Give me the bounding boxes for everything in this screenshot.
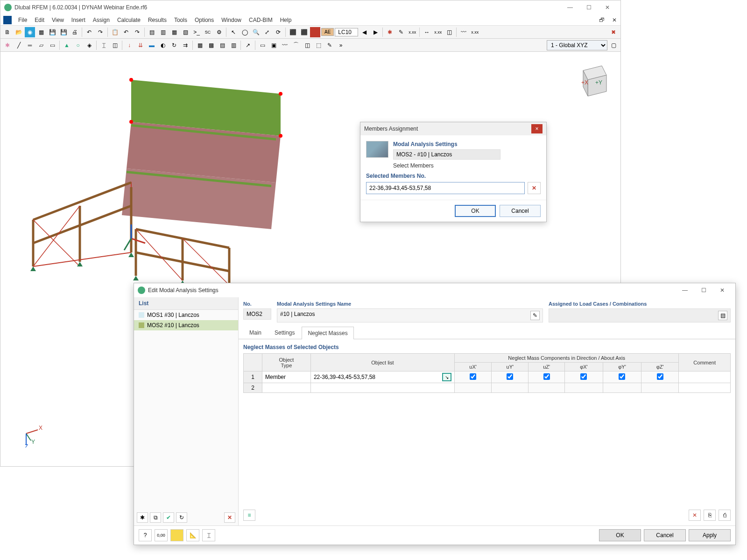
ae-tag[interactable]: AE bbox=[321, 28, 334, 36]
menu-view[interactable]: View bbox=[48, 15, 68, 25]
clip-icon[interactable]: ▣ bbox=[268, 40, 279, 50]
list-item[interactable]: MOS1 #30 | Lanczos bbox=[134, 310, 238, 320]
view-xy-icon[interactable]: ⬛ bbox=[288, 27, 298, 37]
box-icon[interactable]: ▭ bbox=[257, 40, 268, 50]
redo-sel-icon[interactable]: ↷ bbox=[132, 27, 142, 37]
menu-assign[interactable]: Assign bbox=[89, 15, 113, 25]
check-icon[interactable]: ✔ bbox=[163, 512, 174, 523]
table3-icon[interactable]: ▦ bbox=[169, 27, 179, 37]
table-icon[interactable]: ▤ bbox=[147, 27, 157, 37]
dialog-close-icon[interactable]: × bbox=[531, 124, 543, 133]
next-lc-icon[interactable]: ▶ bbox=[370, 27, 381, 37]
cell-check[interactable] bbox=[603, 371, 641, 383]
node-icon[interactable]: ✱ bbox=[2, 40, 13, 50]
window-restore-icon[interactable]: 🗗 bbox=[595, 15, 608, 25]
cell-check[interactable] bbox=[454, 371, 491, 383]
color-red-icon[interactable] bbox=[310, 27, 320, 37]
minimize-button[interactable]: — bbox=[561, 0, 579, 14]
wave-icon[interactable]: 〰 bbox=[280, 40, 290, 50]
table-row[interactable]: 2 bbox=[244, 383, 731, 393]
cell-check[interactable] bbox=[564, 371, 603, 383]
render-icon[interactable]: 〰 bbox=[458, 27, 469, 37]
material-icon[interactable]: ◫ bbox=[110, 40, 120, 50]
prev-lc-icon[interactable]: ◀ bbox=[359, 27, 369, 37]
view-xz-icon[interactable]: ⬛ bbox=[299, 27, 309, 37]
menu-insert[interactable]: Insert bbox=[68, 15, 89, 25]
script-icon[interactable]: >_ bbox=[191, 27, 202, 37]
cancel-button[interactable]: Cancel bbox=[644, 529, 686, 541]
release-icon[interactable]: ◈ bbox=[84, 40, 94, 50]
surface-icon[interactable]: ▱ bbox=[36, 40, 46, 50]
minimize-button[interactable]: — bbox=[676, 284, 694, 297]
section-icon[interactable]: ⌶ bbox=[99, 40, 109, 50]
cell-check[interactable] bbox=[529, 371, 564, 383]
menu-file[interactable]: File bbox=[14, 15, 31, 25]
dlubal-center-icon[interactable]: ◉ bbox=[25, 27, 35, 37]
cell-object-list[interactable]: 22-36,39-43,45-53,57,58 ↘ bbox=[310, 371, 454, 383]
annot-icon[interactable]: x.xx bbox=[433, 27, 443, 37]
maximize-button[interactable]: ☐ bbox=[579, 0, 598, 14]
menu-help[interactable]: Help bbox=[276, 15, 296, 25]
units-icon[interactable]: 0,00 bbox=[155, 529, 168, 541]
delete-item-icon[interactable]: ✕ bbox=[224, 512, 235, 523]
cancel-action-icon[interactable]: ✖ bbox=[608, 27, 619, 37]
checkbox-phiz[interactable] bbox=[657, 373, 663, 380]
member-icon[interactable]: ═ bbox=[25, 40, 35, 50]
menu-calculate[interactable]: Calculate bbox=[113, 15, 144, 25]
undo-icon[interactable]: ↶ bbox=[84, 27, 94, 37]
cursor-icon[interactable]: ↖ bbox=[228, 27, 239, 37]
close-button[interactable]: ✕ bbox=[713, 284, 732, 297]
redo-icon[interactable]: ↷ bbox=[95, 27, 106, 37]
help-icon[interactable]: ? bbox=[139, 529, 152, 541]
delete-row-icon[interactable]: ✕ bbox=[689, 510, 701, 521]
cancel-button[interactable]: Cancel bbox=[500, 205, 541, 217]
save-all-icon[interactable]: 💾 bbox=[58, 27, 69, 37]
view3d-icon[interactable]: ◫ bbox=[444, 27, 454, 37]
ok-button[interactable]: OK bbox=[455, 205, 496, 217]
checkbox-uz[interactable] bbox=[543, 373, 550, 380]
coord-system-selector[interactable]: 1 - Global XYZ bbox=[547, 40, 607, 50]
selected-members-input[interactable] bbox=[366, 182, 525, 194]
solid-icon[interactable]: ▭ bbox=[47, 40, 57, 50]
copy-icon[interactable]: 📋 bbox=[110, 27, 120, 37]
table4-icon[interactable]: ▧ bbox=[180, 27, 190, 37]
print-icon[interactable]: 🖨 bbox=[70, 27, 80, 37]
cell-check[interactable] bbox=[641, 371, 678, 383]
menu-results[interactable]: Results bbox=[144, 15, 170, 25]
open-icon[interactable]: 📂 bbox=[14, 27, 24, 37]
table2-icon[interactable]: ▥ bbox=[158, 27, 168, 37]
cell-object-list[interactable] bbox=[310, 383, 454, 393]
edit-name-icon[interactable]: ✎ bbox=[530, 311, 540, 320]
dim-icon[interactable]: ↔ bbox=[422, 27, 432, 37]
search-icon[interactable]: 🔍 bbox=[251, 27, 261, 37]
hinge-icon[interactable]: ○ bbox=[73, 40, 83, 50]
iso-icon[interactable]: ⬚ bbox=[313, 40, 324, 50]
new-icon[interactable]: 🗎 bbox=[2, 27, 13, 37]
refresh-icon[interactable]: ⟳ bbox=[273, 27, 283, 37]
checkbox-uy[interactable] bbox=[507, 373, 513, 380]
cell-comment[interactable] bbox=[679, 371, 731, 383]
menu-options[interactable]: Options bbox=[191, 15, 218, 25]
model-icon[interactable]: ⌶ bbox=[202, 529, 215, 541]
cell-comment[interactable] bbox=[679, 383, 731, 393]
ok-button[interactable]: OK bbox=[599, 529, 641, 541]
zoom-all-icon[interactable]: ⤢ bbox=[262, 27, 272, 37]
cube-icon[interactable]: ◫ bbox=[302, 40, 312, 50]
tab-main[interactable]: Main bbox=[243, 326, 268, 339]
calc-icon[interactable]: ▤ bbox=[217, 40, 227, 50]
load-imp-icon[interactable]: ⇉ bbox=[180, 40, 190, 50]
bend-icon[interactable]: ⌒ bbox=[291, 40, 301, 50]
load-xxx-icon[interactable]: x.xx bbox=[407, 27, 417, 37]
checkbox-phiy[interactable] bbox=[619, 373, 625, 380]
checkbox-phix[interactable] bbox=[580, 373, 587, 380]
cell-check[interactable] bbox=[492, 371, 529, 383]
tab-neglect-masses[interactable]: Neglect Masses bbox=[302, 327, 353, 339]
line-icon[interactable]: ╱ bbox=[14, 40, 24, 50]
cell-object-type[interactable]: Member bbox=[262, 371, 311, 383]
menu-edit[interactable]: Edit bbox=[31, 15, 48, 25]
render2-icon[interactable]: x.xx bbox=[470, 27, 480, 37]
name-value[interactable]: #10 | Lanczos bbox=[280, 311, 528, 320]
color-icon[interactable] bbox=[170, 529, 183, 541]
load-force-icon[interactable]: ↓ bbox=[124, 40, 134, 50]
export2-icon[interactable]: ⎙ bbox=[719, 510, 731, 521]
